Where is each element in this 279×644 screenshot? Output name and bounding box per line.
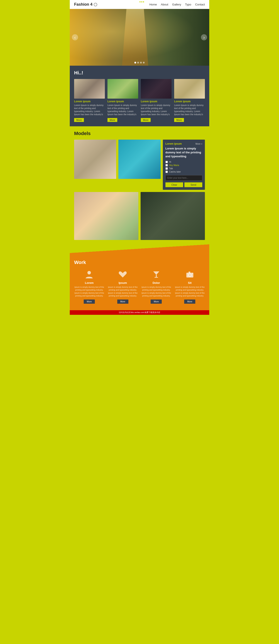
hi-card-image-3 <box>141 79 172 98</box>
hi-section: Hi..! Lorem ipsum Lorem Ipsum is simply … <box>70 66 209 126</box>
hi-title: Hi..! <box>74 70 205 76</box>
models-grid-bottom <box>74 192 205 240</box>
hi-card-text-2: Lorem Ipsum is simply dummy text of the … <box>107 104 138 116</box>
work-card-title-4: Sit <box>175 281 205 284</box>
svg-marker-1 <box>153 272 159 275</box>
svg-point-0 <box>87 271 91 274</box>
hi-card-image-2 <box>107 79 138 98</box>
hi-grid: Lorem ipsum Lorem Ipsum is simply dummy … <box>74 79 205 122</box>
model-card-title: Lorem ipsum <box>165 142 182 145</box>
hi-card-image-1 <box>74 79 105 98</box>
svg-point-7 <box>192 273 193 274</box>
work-more-button-1[interactable]: More <box>84 300 95 304</box>
send-button[interactable]: Send <box>184 182 202 187</box>
checkbox-hi[interactable] <box>165 161 168 163</box>
hi-more-button-2[interactable]: More <box>107 118 117 122</box>
watermark-text: 访问虫鸟社区bbs.xenlao.com免费下载更多内容 <box>119 311 160 314</box>
hi-card-image-4 <box>174 79 205 98</box>
nav-contact[interactable]: Contact <box>195 3 205 6</box>
camera-icon <box>185 270 195 280</box>
work-grid: Lorem Ipsum is simply dummy text of the … <box>74 270 205 304</box>
work-card-title-2: Ipsum <box>108 281 138 284</box>
hi-card-1: Lorem ipsum Lorem Ipsum is simply dummy … <box>74 79 105 122</box>
work-card-text-4: Ipsum is simply dummy text of the printi… <box>175 286 205 298</box>
hi-card-title-2[interactable]: Lorem ipsum <box>107 100 138 103</box>
nav-dot-3 <box>143 1 144 2</box>
checkbox-item-4: Catchu later <box>165 170 202 173</box>
model-image-1 <box>74 140 116 179</box>
cocktail-icon <box>151 270 161 280</box>
work-card-dolor: Dolor Ipsum is simply dummy text of the … <box>141 270 172 304</box>
hero-overlay <box>70 9 209 66</box>
slider-prev-button[interactable]: ‹ <box>72 34 78 40</box>
work-card-title-1: Lorem <box>74 281 104 284</box>
svg-rect-2 <box>156 275 157 277</box>
work-card-text-2: Ipsum is simply dummy text of the printi… <box>108 286 138 298</box>
nav-dots <box>139 1 144 2</box>
hi-more-button-1[interactable]: More <box>74 118 84 122</box>
work-card-ipsum: Ipsum Ipsum is simply dummy text of the … <box>108 270 138 304</box>
hi-more-button-3[interactable]: More <box>141 118 151 122</box>
slider-dot-1[interactable] <box>134 62 136 64</box>
checkbox-item-2: Hey Maria <box>165 164 202 166</box>
logo: Fashion 4 <box>74 2 97 7</box>
hi-card-text-3: Lorem Ipsum is simply dummy text of the … <box>141 104 172 116</box>
hero-background <box>70 9 209 66</box>
work-card-text-3: Ipsum is simply dummy text of the printi… <box>141 286 172 298</box>
work-more-button-4[interactable]: More <box>184 300 195 304</box>
person-icon <box>84 270 94 280</box>
slider-dot-2[interactable] <box>137 62 139 64</box>
slider-dot-4[interactable] <box>143 62 145 64</box>
work-more-button-2[interactable]: More <box>117 300 128 304</box>
slider-dot-3[interactable] <box>140 62 142 64</box>
hi-more-button-4[interactable]: More <box>174 118 184 122</box>
model-image-3 <box>74 192 138 240</box>
svg-rect-6 <box>189 272 190 273</box>
nav-dot-1 <box>139 1 141 2</box>
clear-button[interactable]: Clear <box>165 182 183 187</box>
model-image-4 <box>141 192 205 240</box>
work-card-title-3: Dolor <box>141 281 172 284</box>
hi-card-4: Lorem ipsum Lorem Ipsum is simply dummy … <box>174 79 205 122</box>
models-section: Models Lorem ipsum More » Lorem Ipsum is… <box>70 126 209 244</box>
hi-card-title-1[interactable]: Lorem ipsum <box>74 100 105 103</box>
nav-home[interactable]: Home <box>149 3 157 6</box>
model-image-2 <box>118 140 160 179</box>
work-card-text-1: Ipsum is simply dummy text of the printi… <box>74 286 104 298</box>
footer-watermark: 访问虫鸟社区bbs.xenlao.com免费下载更多内容 <box>70 310 209 315</box>
work-section: Work Lorem Ipsum is simply dummy text of… <box>70 253 209 310</box>
model-card-description: Lorem Ipsum is simply dummy text of the … <box>165 146 202 158</box>
work-card-lorem: Lorem Ipsum is simply dummy text of the … <box>74 270 104 304</box>
nav-about[interactable]: About <box>161 3 168 6</box>
nav-typo[interactable]: Typo <box>185 3 191 6</box>
work-title: Work <box>74 260 205 265</box>
logo-text: Fashion 4 <box>74 2 92 7</box>
models-grid-top: Lorem ipsum More » Lorem Ipsum is simply… <box>74 140 205 190</box>
checkbox-catchu-label: Catchu later <box>169 170 181 173</box>
checkbox-hey-maria-label: Hey Maria <box>169 164 179 166</box>
model-text-input[interactable] <box>165 175 202 181</box>
hi-card-title-3[interactable]: Lorem ipsum <box>141 100 172 103</box>
model-info-card: Lorem ipsum More » Lorem Ipsum is simply… <box>163 140 205 190</box>
checkbox-catchu[interactable] <box>165 170 168 173</box>
checkbox-hey-maria[interactable] <box>165 164 168 166</box>
model-action-buttons: Clear Send <box>165 182 202 187</box>
nav-gallery[interactable]: Gallery <box>172 3 181 6</box>
work-more-button-3[interactable]: More <box>151 300 162 304</box>
models-title: Models <box>74 131 205 136</box>
checkbox-talk[interactable] <box>165 167 168 170</box>
svg-rect-3 <box>155 277 158 278</box>
slider-next-button[interactable]: › <box>201 34 207 40</box>
header: Fashion 4 Home About Gallery Typo Contac… <box>70 0 209 9</box>
model-checkboxes: Hi Hey Maria Talk Catchu later <box>165 161 202 173</box>
model-card-more-link[interactable]: More » <box>196 143 202 145</box>
slider-dots <box>134 62 145 64</box>
hero-slider: ‹ › <box>70 9 209 66</box>
nav: Home About Gallery Typo Contact <box>149 3 205 6</box>
logo-icon <box>94 3 97 6</box>
checkbox-item-1: Hi <box>165 161 202 163</box>
hi-card-3: Lorem ipsum Lorem Ipsum is simply dummy … <box>141 79 172 122</box>
hi-card-text-1: Lorem Ipsum is simply dummy text of the … <box>74 104 105 116</box>
hi-card-title-4[interactable]: Lorem ipsum <box>174 100 205 103</box>
hi-card-2: Lorem ipsum Lorem Ipsum is simply dummy … <box>107 79 138 122</box>
